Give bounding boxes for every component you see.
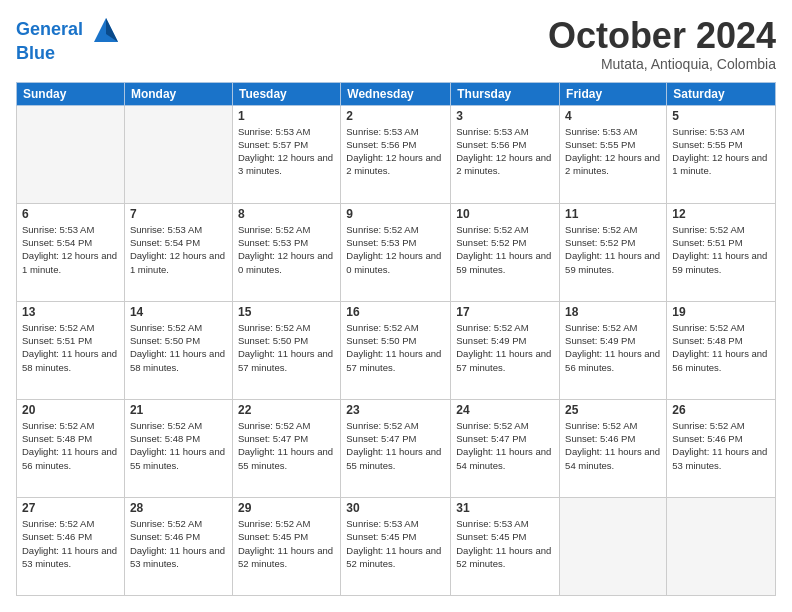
calendar-cell: 9Sunrise: 5:52 AM Sunset: 5:53 PM Daylig… (341, 203, 451, 301)
col-friday: Friday (560, 82, 667, 105)
calendar-cell: 16Sunrise: 5:52 AM Sunset: 5:50 PM Dayli… (341, 301, 451, 399)
col-monday: Monday (124, 82, 232, 105)
calendar-cell: 17Sunrise: 5:52 AM Sunset: 5:49 PM Dayli… (451, 301, 560, 399)
day-info: Sunrise: 5:52 AM Sunset: 5:46 PM Dayligh… (672, 419, 770, 472)
day-info: Sunrise: 5:53 AM Sunset: 5:57 PM Dayligh… (238, 125, 335, 178)
calendar-cell: 1Sunrise: 5:53 AM Sunset: 5:57 PM Daylig… (232, 105, 340, 203)
day-info: Sunrise: 5:52 AM Sunset: 5:53 PM Dayligh… (346, 223, 445, 276)
calendar-cell (124, 105, 232, 203)
day-info: Sunrise: 5:52 AM Sunset: 5:53 PM Dayligh… (238, 223, 335, 276)
day-info: Sunrise: 5:52 AM Sunset: 5:47 PM Dayligh… (346, 419, 445, 472)
day-info: Sunrise: 5:52 AM Sunset: 5:49 PM Dayligh… (565, 321, 661, 374)
day-number: 10 (456, 207, 554, 221)
col-thursday: Thursday (451, 82, 560, 105)
day-info: Sunrise: 5:53 AM Sunset: 5:56 PM Dayligh… (346, 125, 445, 178)
month-title: October 2024 (548, 16, 776, 56)
day-info: Sunrise: 5:52 AM Sunset: 5:50 PM Dayligh… (346, 321, 445, 374)
logo-general: General (16, 19, 83, 39)
day-number: 29 (238, 501, 335, 515)
day-info: Sunrise: 5:52 AM Sunset: 5:50 PM Dayligh… (238, 321, 335, 374)
day-number: 22 (238, 403, 335, 417)
day-info: Sunrise: 5:52 AM Sunset: 5:50 PM Dayligh… (130, 321, 227, 374)
day-info: Sunrise: 5:53 AM Sunset: 5:45 PM Dayligh… (456, 517, 554, 570)
location-subtitle: Mutata, Antioquia, Colombia (548, 56, 776, 72)
day-number: 15 (238, 305, 335, 319)
calendar-cell: 14Sunrise: 5:52 AM Sunset: 5:50 PM Dayli… (124, 301, 232, 399)
day-number: 6 (22, 207, 119, 221)
day-number: 23 (346, 403, 445, 417)
calendar-cell (667, 497, 776, 595)
day-number: 17 (456, 305, 554, 319)
calendar-cell: 24Sunrise: 5:52 AM Sunset: 5:47 PM Dayli… (451, 399, 560, 497)
calendar-cell: 29Sunrise: 5:52 AM Sunset: 5:45 PM Dayli… (232, 497, 340, 595)
day-info: Sunrise: 5:52 AM Sunset: 5:46 PM Dayligh… (130, 517, 227, 570)
day-number: 2 (346, 109, 445, 123)
day-info: Sunrise: 5:52 AM Sunset: 5:45 PM Dayligh… (238, 517, 335, 570)
day-info: Sunrise: 5:52 AM Sunset: 5:48 PM Dayligh… (672, 321, 770, 374)
col-sunday: Sunday (17, 82, 125, 105)
day-number: 4 (565, 109, 661, 123)
calendar-table: Sunday Monday Tuesday Wednesday Thursday… (16, 82, 776, 596)
day-number: 31 (456, 501, 554, 515)
logo-icon (92, 16, 120, 44)
day-number: 25 (565, 403, 661, 417)
calendar-cell: 6Sunrise: 5:53 AM Sunset: 5:54 PM Daylig… (17, 203, 125, 301)
day-info: Sunrise: 5:52 AM Sunset: 5:47 PM Dayligh… (238, 419, 335, 472)
logo-text: General (16, 16, 120, 44)
calendar-cell: 31Sunrise: 5:53 AM Sunset: 5:45 PM Dayli… (451, 497, 560, 595)
day-info: Sunrise: 5:52 AM Sunset: 5:47 PM Dayligh… (456, 419, 554, 472)
day-number: 11 (565, 207, 661, 221)
calendar-cell: 28Sunrise: 5:52 AM Sunset: 5:46 PM Dayli… (124, 497, 232, 595)
calendar-week-row: 27Sunrise: 5:52 AM Sunset: 5:46 PM Dayli… (17, 497, 776, 595)
day-number: 20 (22, 403, 119, 417)
day-info: Sunrise: 5:53 AM Sunset: 5:54 PM Dayligh… (22, 223, 119, 276)
calendar-cell: 19Sunrise: 5:52 AM Sunset: 5:48 PM Dayli… (667, 301, 776, 399)
calendar-cell: 7Sunrise: 5:53 AM Sunset: 5:54 PM Daylig… (124, 203, 232, 301)
calendar-cell: 23Sunrise: 5:52 AM Sunset: 5:47 PM Dayli… (341, 399, 451, 497)
day-number: 27 (22, 501, 119, 515)
logo-blue: Blue (16, 44, 120, 64)
calendar-cell: 26Sunrise: 5:52 AM Sunset: 5:46 PM Dayli… (667, 399, 776, 497)
calendar-week-row: 1Sunrise: 5:53 AM Sunset: 5:57 PM Daylig… (17, 105, 776, 203)
calendar-cell: 22Sunrise: 5:52 AM Sunset: 5:47 PM Dayli… (232, 399, 340, 497)
calendar-week-row: 20Sunrise: 5:52 AM Sunset: 5:48 PM Dayli… (17, 399, 776, 497)
calendar-cell: 12Sunrise: 5:52 AM Sunset: 5:51 PM Dayli… (667, 203, 776, 301)
day-info: Sunrise: 5:52 AM Sunset: 5:48 PM Dayligh… (22, 419, 119, 472)
calendar-cell (560, 497, 667, 595)
calendar-cell: 30Sunrise: 5:53 AM Sunset: 5:45 PM Dayli… (341, 497, 451, 595)
calendar-cell: 2Sunrise: 5:53 AM Sunset: 5:56 PM Daylig… (341, 105, 451, 203)
title-block: October 2024 Mutata, Antioquia, Colombia (548, 16, 776, 72)
day-number: 3 (456, 109, 554, 123)
day-info: Sunrise: 5:52 AM Sunset: 5:52 PM Dayligh… (456, 223, 554, 276)
day-info: Sunrise: 5:53 AM Sunset: 5:56 PM Dayligh… (456, 125, 554, 178)
calendar-cell: 25Sunrise: 5:52 AM Sunset: 5:46 PM Dayli… (560, 399, 667, 497)
calendar-cell: 20Sunrise: 5:52 AM Sunset: 5:48 PM Dayli… (17, 399, 125, 497)
day-number: 5 (672, 109, 770, 123)
calendar-week-row: 13Sunrise: 5:52 AM Sunset: 5:51 PM Dayli… (17, 301, 776, 399)
calendar-cell: 21Sunrise: 5:52 AM Sunset: 5:48 PM Dayli… (124, 399, 232, 497)
calendar-cell: 15Sunrise: 5:52 AM Sunset: 5:50 PM Dayli… (232, 301, 340, 399)
page: General Blue October 2024 Mutata, Antioq… (0, 0, 792, 612)
day-number: 30 (346, 501, 445, 515)
day-info: Sunrise: 5:53 AM Sunset: 5:55 PM Dayligh… (565, 125, 661, 178)
calendar-cell: 13Sunrise: 5:52 AM Sunset: 5:51 PM Dayli… (17, 301, 125, 399)
day-number: 1 (238, 109, 335, 123)
day-info: Sunrise: 5:53 AM Sunset: 5:55 PM Dayligh… (672, 125, 770, 178)
day-info: Sunrise: 5:52 AM Sunset: 5:46 PM Dayligh… (22, 517, 119, 570)
day-number: 24 (456, 403, 554, 417)
calendar-cell: 8Sunrise: 5:52 AM Sunset: 5:53 PM Daylig… (232, 203, 340, 301)
day-number: 13 (22, 305, 119, 319)
day-number: 12 (672, 207, 770, 221)
day-info: Sunrise: 5:52 AM Sunset: 5:51 PM Dayligh… (672, 223, 770, 276)
day-number: 7 (130, 207, 227, 221)
col-saturday: Saturday (667, 82, 776, 105)
calendar-cell: 5Sunrise: 5:53 AM Sunset: 5:55 PM Daylig… (667, 105, 776, 203)
day-info: Sunrise: 5:52 AM Sunset: 5:46 PM Dayligh… (565, 419, 661, 472)
day-info: Sunrise: 5:53 AM Sunset: 5:45 PM Dayligh… (346, 517, 445, 570)
calendar-week-row: 6Sunrise: 5:53 AM Sunset: 5:54 PM Daylig… (17, 203, 776, 301)
day-number: 16 (346, 305, 445, 319)
calendar-cell (17, 105, 125, 203)
day-number: 21 (130, 403, 227, 417)
col-wednesday: Wednesday (341, 82, 451, 105)
day-info: Sunrise: 5:53 AM Sunset: 5:54 PM Dayligh… (130, 223, 227, 276)
